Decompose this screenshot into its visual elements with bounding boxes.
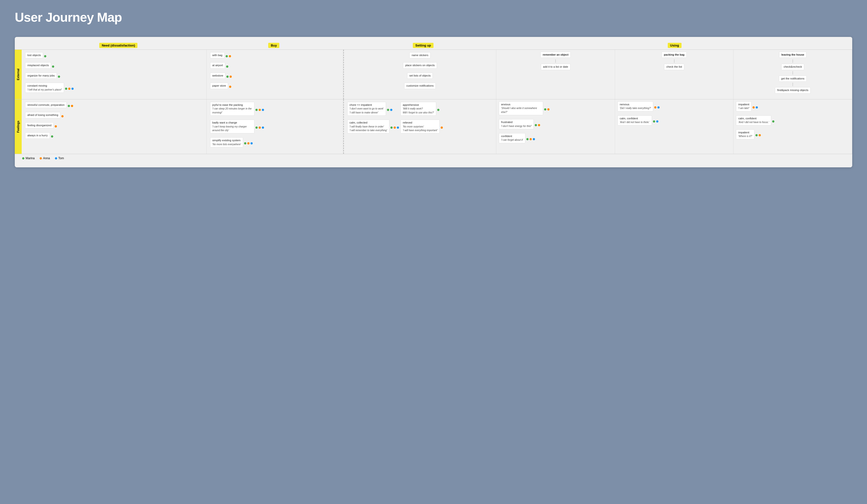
legend: Marina Anna Tom — [15, 154, 852, 162]
external-row: External lost objects misplaced objects … — [15, 50, 852, 99]
phase-headers: Need (dissatisfaction) Buy Setting up Us… — [15, 43, 852, 50]
external-using-cols: remember an object add it to a list or d… — [496, 50, 852, 99]
using-packing-col: packing the bag check the list — [615, 50, 734, 99]
ext-need-4: constant moving'I left that at my partne… — [25, 83, 203, 95]
feelings-need-col: stressful commute, preparation afraid of… — [22, 99, 207, 154]
marina-label: Marina — [25, 156, 35, 160]
external-content: lost objects misplaced objects organize … — [22, 50, 852, 99]
feelings-content: stressful commute, preparation afraid of… — [22, 99, 852, 154]
journey-map: Need (dissatisfaction) Buy Setting up Us… — [15, 37, 852, 167]
legend-marina: Marina — [22, 156, 35, 160]
external-need-col: lost objects misplaced objects organize … — [22, 50, 207, 99]
external-setup-col: name stickers place stickers on objects … — [344, 50, 496, 99]
feelings-setup-col: chore => impatient'I don't even want to … — [344, 99, 496, 154]
legend-anna: Anna — [40, 156, 50, 160]
ext-need-1: lost objects — [25, 52, 203, 60]
using-remember-col: remember an object add it to a list or d… — [496, 50, 615, 99]
tom-dot — [55, 157, 57, 160]
external-buy-col: with bag at airport webstore paper store — [207, 50, 343, 99]
marina-dot — [22, 157, 24, 160]
feelings-using-cols: anxious'Should I also write it somewhere… — [496, 99, 852, 154]
page-title: User Journey Map — [15, 10, 852, 25]
legend-tom: Tom — [55, 156, 64, 160]
phase-using-header: Using — [497, 43, 852, 48]
tom-label: Tom — [58, 156, 64, 160]
feelings-remember-col: anxious'Should I also write it somewhere… — [496, 99, 615, 154]
phase-setting-header: Setting up — [350, 43, 497, 48]
external-label: External — [15, 50, 22, 99]
ext-need-3: organize for many jobs — [25, 73, 203, 81]
using-leaving-col: leaving the house check&recheck get the … — [734, 50, 852, 99]
anna-dot — [40, 157, 42, 160]
phase-need-header: Need (dissatisfaction) — [29, 43, 208, 48]
ext-need-2: misplaced objects — [25, 62, 203, 70]
feelings-leaving-col: impatient'I am late!' calm, confident'An… — [734, 99, 852, 154]
feelings-buy-col: joyful to ease the packing'I can sleep 2… — [207, 99, 343, 154]
feelings-row: Feelings stressful commute, preparation … — [15, 99, 852, 154]
feelings-label: Feelings — [15, 99, 22, 154]
feelings-packing-col: nervous'Did I really take everything?' c… — [615, 99, 734, 154]
anna-label: Anna — [43, 156, 50, 160]
phase-buy-header: Buy — [208, 43, 340, 48]
